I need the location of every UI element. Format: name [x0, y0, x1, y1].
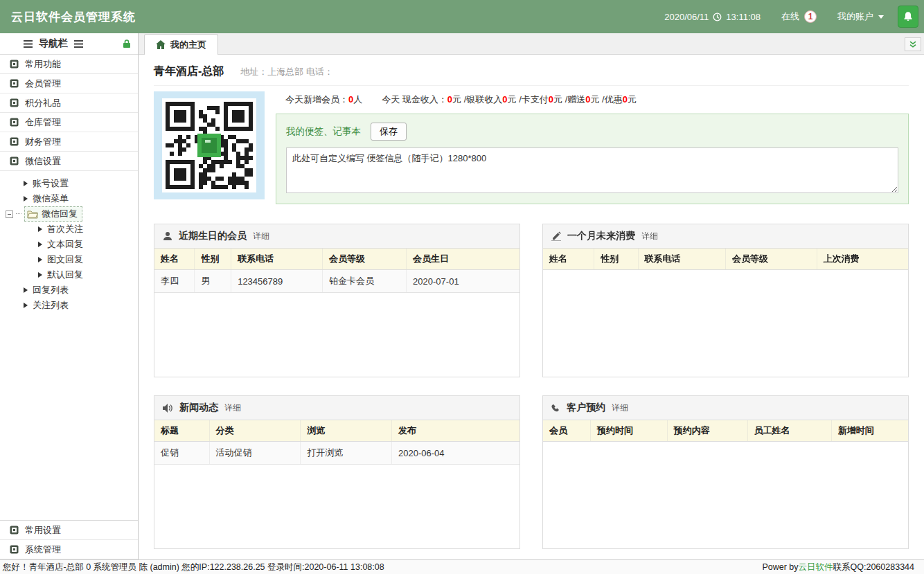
detail-link[interactable]: 详细: [253, 231, 269, 242]
powered-by-label: Power by: [762, 562, 798, 572]
stat-new-members: 今天新增会员：0人: [285, 93, 362, 106]
sidebar-item-follow-list[interactable]: 关注列表: [0, 298, 138, 313]
menu-square-icon: [10, 526, 19, 535]
arrow-right-icon: [24, 181, 28, 186]
panel-news: 新闻动态 详细 标题分类浏览发布 促销活动促销打开浏览2020-06-04: [154, 395, 520, 549]
panel-title: 客户预约: [567, 402, 605, 414]
sidebar-item-label: 默认回复: [47, 269, 83, 281]
collapse-box-icon[interactable]: [6, 210, 13, 218]
speaker-icon: [163, 404, 173, 413]
menu-square-icon: [10, 156, 19, 165]
sidebar-item-image-text-reply[interactable]: 图文回复: [0, 252, 138, 267]
hamburger-icon[interactable]: [24, 40, 33, 48]
sidebar: 导航栏 常用功能 会员管理 积分礼品: [0, 33, 139, 559]
sidebar-item-member-management[interactable]: 会员管理: [0, 74, 138, 93]
sidebar-item-system-management[interactable]: 系统管理: [0, 540, 138, 559]
sidebar-item-default-reply[interactable]: 默认回复: [0, 267, 138, 282]
detail-link[interactable]: 详细: [224, 402, 241, 414]
sidebar-item-label: 微信回复: [42, 208, 78, 220]
tab-my-homepage[interactable]: 我的主页: [144, 34, 218, 55]
online-status: 在线 1: [781, 10, 817, 23]
tab-label: 我的主页: [170, 39, 206, 51]
sidebar-nav-header: 导航栏: [0, 33, 138, 55]
table-row[interactable]: 李四男123456789铂金卡会员2020-07-01: [154, 270, 519, 293]
clock-icon: [713, 12, 722, 21]
sidebar-item-label: 微信设置: [25, 155, 61, 168]
sidebar-item-reply-list[interactable]: 回复列表: [0, 282, 138, 298]
sidebar-item-label: 仓库管理: [25, 116, 61, 129]
bell-icon: [903, 11, 914, 22]
table-header-row: 姓名性别联系电话会员等级上次消费: [543, 249, 908, 270]
caret-down-icon: [878, 15, 884, 19]
phone-icon: [551, 404, 560, 413]
sidebar-item-label: 关注列表: [33, 299, 69, 312]
sidebar-item-common-functions[interactable]: 常用功能: [0, 55, 138, 74]
sidebar-item-points-gifts[interactable]: 积分礼品: [0, 93, 138, 113]
table-row[interactable]: 促销活动促销打开浏览2020-06-04: [154, 442, 519, 465]
contact-qq: 联系QQ:2060283344: [833, 562, 914, 573]
arrow-right-icon: [38, 226, 42, 232]
hamburger-icon[interactable]: [74, 40, 83, 48]
menu-square-icon: [10, 137, 19, 146]
stat-cash-income: 今天 现金收入：0元 /: [382, 93, 466, 106]
detail-link[interactable]: 详细: [641, 231, 658, 242]
panel-birthday-members: 近期生日的会员 详细 姓名性别联系电话会员等级会员生日 李四男123456789…: [154, 224, 520, 377]
tab-overflow-button[interactable]: [905, 37, 921, 51]
sidebar-item-warehouse[interactable]: 仓库管理: [0, 113, 138, 132]
booking-table: 会员预约时间预约内容员工姓名新增时间: [543, 420, 908, 442]
sidebar-item-label: 系统管理: [25, 544, 61, 556]
online-count-badge: 1: [804, 10, 817, 23]
sidebar-item-wechat-menu[interactable]: 微信菜单: [0, 191, 138, 206]
detail-link[interactable]: 详细: [612, 402, 628, 414]
notes-panel: 我的便签、记事本 保存: [276, 114, 909, 204]
table-header-row: 会员预约时间预约内容员工姓名新增时间: [543, 420, 908, 442]
arrow-right-icon: [38, 242, 42, 247]
nav-title: 导航栏: [39, 37, 68, 50]
lock-icon[interactable]: [123, 39, 131, 48]
sidebar-bottom-menu: 常用设置 系统管理: [0, 520, 138, 559]
sidebar-item-label: 微信菜单: [33, 192, 69, 205]
save-button[interactable]: 保存: [371, 123, 407, 141]
sidebar-item-wechat-settings[interactable]: 微信设置: [0, 152, 138, 171]
user-icon: [163, 231, 172, 241]
arrow-right-icon: [24, 303, 28, 308]
store-info: 地址：上海总部 电话：: [240, 66, 333, 78]
sidebar-item-label: 财务管理: [25, 136, 61, 148]
home-icon: [156, 40, 166, 49]
stat-unionpay-income: 银联收入0元 /: [466, 93, 521, 106]
sidebar-item-first-follow[interactable]: 首次关注: [0, 222, 138, 237]
store-header: 青年酒店-总部 地址：上海总部 电话：: [154, 59, 909, 86]
notification-button[interactable]: [898, 6, 918, 28]
panel-customer-booking: 客户预约 详细 会员预约时间预约内容员工姓名新增时间: [542, 395, 909, 549]
wechat-settings-tree: 账号设置 微信菜单 微信回复: [0, 171, 138, 316]
birthday-table: 姓名性别联系电话会员等级会员生日 李四男123456789铂金卡会员2020-0…: [154, 249, 519, 293]
session-info: 您好！青年酒店-总部 0 系统管理员 陈 (admin) 您的IP:122.23…: [3, 562, 384, 573]
date-label: 2020/06/11: [664, 12, 709, 22]
sidebar-item-finance[interactable]: 财务管理: [0, 132, 138, 152]
page-content: 青年酒店-总部 地址：上海总部 电话： 今天新增会员：0人 今天 现金收入：0元…: [139, 55, 924, 559]
notes-textarea[interactable]: [286, 147, 898, 193]
table-header-row: 标题分类浏览发布: [154, 420, 519, 442]
stat-discount: 优惠0元: [605, 93, 637, 106]
sidebar-item-label: 图文回复: [47, 253, 83, 266]
sidebar-item-label: 积分礼品: [25, 97, 61, 109]
sidebar-item-text-reply[interactable]: 文本回复: [0, 237, 138, 252]
sidebar-item-account-settings[interactable]: 账号设置: [0, 176, 138, 191]
store-name: 青年酒店-总部: [154, 64, 224, 79]
arrow-right-icon: [24, 196, 28, 201]
brand-link[interactable]: 云日软件: [799, 562, 833, 573]
app-window: 云日软件会员管理系统 2020/06/11 13:11:08 在线 1 我的账户: [0, 0, 924, 574]
time-label: 13:11:08: [726, 12, 761, 22]
menu-square-icon: [10, 98, 19, 107]
arrow-right-icon: [38, 257, 42, 262]
tab-bar: 我的主页: [139, 33, 924, 55]
menu-square-icon: [10, 118, 19, 127]
account-dropdown[interactable]: 我的账户: [837, 10, 884, 23]
sidebar-item-label: 常用功能: [25, 58, 61, 71]
sidebar-item-wechat-reply[interactable]: 微信回复: [0, 206, 138, 222]
sidebar-item-common-settings[interactable]: 常用设置: [0, 521, 138, 540]
datetime: 2020/06/11 13:11:08: [664, 12, 761, 22]
menu-square-icon: [10, 79, 19, 88]
news-table: 标题分类浏览发布 促销活动促销打开浏览2020-06-04: [154, 420, 519, 465]
status-bar: 您好！青年酒店-总部 0 系统管理员 陈 (admin) 您的IP:122.23…: [0, 559, 924, 574]
